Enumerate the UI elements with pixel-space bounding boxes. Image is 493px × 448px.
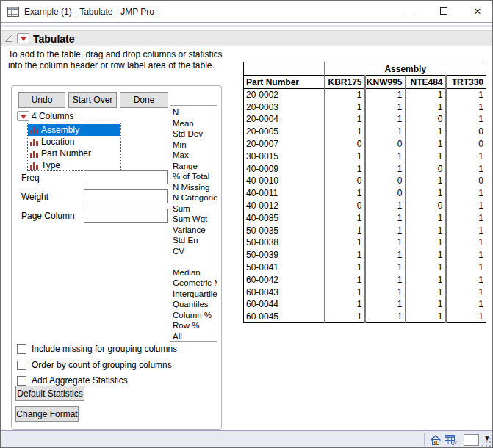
- value-cell[interactable]: 1: [365, 150, 406, 162]
- value-cell[interactable]: 1: [365, 200, 406, 212]
- value-cell[interactable]: 1: [325, 212, 365, 224]
- value-cell[interactable]: 1: [406, 311, 446, 323]
- value-cell[interactable]: 0: [446, 138, 486, 151]
- row-label-cell[interactable]: 60-0044: [244, 298, 325, 311]
- default-statistics-button[interactable]: Default Statistics: [15, 386, 84, 401]
- row-label-cell[interactable]: 60-0045: [244, 311, 325, 323]
- value-cell[interactable]: 1: [406, 212, 446, 224]
- tabulate-red-triangle-menu[interactable]: [17, 33, 29, 43]
- statistic-item-n[interactable]: N: [170, 107, 217, 118]
- value-cell[interactable]: 0: [446, 126, 486, 138]
- value-cell[interactable]: 1: [325, 311, 365, 323]
- value-cell[interactable]: 1: [365, 126, 406, 138]
- columns-red-triangle-menu[interactable]: [17, 111, 29, 121]
- statistic-item-max[interactable]: Max: [170, 150, 217, 161]
- value-cell[interactable]: 1: [446, 249, 486, 261]
- resize-grip[interactable]: [482, 438, 491, 447]
- row-label-cell[interactable]: 20-0005: [244, 126, 325, 138]
- statistic-item-sum-wgt[interactable]: Sum Wgt: [170, 214, 217, 225]
- add-aggregate-checkbox-row[interactable]: Add Aggregate Statistics: [17, 375, 128, 386]
- done-button[interactable]: Done: [120, 92, 168, 108]
- value-cell[interactable]: 1: [325, 273, 365, 286]
- value-cell[interactable]: 1: [446, 311, 486, 323]
- column-item-part-number[interactable]: Part Number: [28, 148, 120, 159]
- column-item-location[interactable]: Location: [28, 136, 120, 148]
- row-label-cell[interactable]: 30-0015: [244, 150, 325, 162]
- include-missing-checkbox[interactable]: [17, 344, 26, 354]
- value-cell[interactable]: 1: [365, 236, 406, 249]
- value-cell[interactable]: 1: [365, 224, 406, 236]
- freq-input[interactable]: [84, 170, 168, 184]
- value-cell[interactable]: 1: [446, 273, 486, 286]
- assembly-span-header[interactable]: Assembly: [325, 62, 486, 76]
- row-label-cell[interactable]: 40-0009: [244, 162, 325, 175]
- value-cell[interactable]: 1: [365, 286, 406, 298]
- column-header-knw995[interactable]: KNW995: [365, 76, 406, 89]
- value-cell[interactable]: 1: [446, 187, 486, 200]
- value-cell[interactable]: 1: [325, 261, 365, 274]
- include-missing-checkbox-row[interactable]: Include missing for grouping columns: [17, 343, 177, 355]
- value-cell[interactable]: 1: [365, 162, 406, 175]
- maximize-button[interactable]: [431, 1, 456, 22]
- row-label-cell[interactable]: 40-0085: [244, 212, 325, 224]
- statistic-item-sum[interactable]: Sum: [170, 203, 217, 214]
- value-cell[interactable]: 1: [406, 261, 446, 274]
- value-cell[interactable]: 1: [365, 101, 406, 113]
- row-label-cell[interactable]: 20-0003: [244, 101, 325, 113]
- undo-button[interactable]: Undo: [18, 92, 65, 108]
- page-column-input[interactable]: [84, 209, 168, 223]
- column-header-nte484[interactable]: NTE484: [406, 76, 446, 89]
- value-cell[interactable]: 1: [325, 150, 365, 162]
- column-item-assembly[interactable]: Assembly: [28, 124, 120, 136]
- value-cell[interactable]: 1: [325, 298, 365, 311]
- minimize-button[interactable]: —: [397, 1, 422, 22]
- statistic-item-interquartile-ra[interactable]: Interquartile Ra: [170, 289, 217, 300]
- statistic-item-median[interactable]: Median: [170, 267, 217, 278]
- value-cell[interactable]: 1: [325, 89, 365, 101]
- column-header-kbr175[interactable]: KBR175: [325, 76, 365, 89]
- statistic-item-min[interactable]: Min: [170, 140, 217, 151]
- value-cell[interactable]: 0: [325, 138, 365, 151]
- value-cell[interactable]: 1: [446, 200, 486, 212]
- value-cell[interactable]: 1: [406, 150, 446, 162]
- statistic-item-quantiles[interactable]: Quantiles: [170, 299, 217, 310]
- value-cell[interactable]: 0: [325, 200, 365, 212]
- value-cell[interactable]: 0: [406, 162, 446, 175]
- add-aggregate-checkbox[interactable]: [17, 376, 26, 386]
- value-cell[interactable]: 1: [406, 89, 446, 101]
- value-cell[interactable]: 1: [446, 150, 486, 162]
- column-header-trt330[interactable]: TRT330: [446, 76, 486, 89]
- value-cell[interactable]: 1: [406, 101, 446, 113]
- row-label-cell[interactable]: 40-0011: [244, 187, 325, 200]
- value-cell[interactable]: 1: [365, 212, 406, 224]
- statistic-item-cv[interactable]: CV: [170, 246, 217, 257]
- home-icon[interactable]: [429, 433, 442, 447]
- value-cell[interactable]: 1: [325, 101, 365, 113]
- columns-list[interactable]: AssemblyLocationPart NumberType: [27, 123, 121, 171]
- row-label-cell[interactable]: 20-0002: [244, 89, 325, 101]
- title-bar[interactable]: Example (1) - Tabulate - JMP Pro — ✕: [1, 1, 492, 23]
- value-cell[interactable]: 0: [446, 175, 486, 187]
- value-cell[interactable]: 1: [406, 249, 446, 261]
- statistic-item-column-[interactable]: Column %: [170, 310, 217, 321]
- value-cell[interactable]: 1: [406, 236, 446, 249]
- value-cell[interactable]: 1: [406, 138, 446, 151]
- value-cell[interactable]: 1: [406, 187, 446, 200]
- window-box-icon[interactable]: [464, 434, 479, 446]
- value-cell[interactable]: 1: [365, 298, 406, 311]
- value-cell[interactable]: 1: [325, 187, 365, 200]
- row-label-cell[interactable]: 50-0039: [244, 249, 325, 261]
- value-cell[interactable]: 1: [406, 298, 446, 311]
- statistics-list[interactable]: NMeanStd DevMinMaxRange% of TotalN Missi…: [170, 105, 217, 342]
- column-item-type[interactable]: Type: [28, 159, 120, 171]
- value-cell[interactable]: 1: [446, 298, 486, 311]
- value-cell[interactable]: 0: [406, 113, 446, 126]
- value-cell[interactable]: 0: [325, 175, 365, 187]
- value-cell[interactable]: 1: [325, 113, 365, 126]
- value-cell[interactable]: 1: [446, 101, 486, 113]
- statistic-item-std-err[interactable]: Std Err: [170, 235, 217, 246]
- value-cell[interactable]: 1: [365, 249, 406, 261]
- row-label-cell[interactable]: 50-0041: [244, 261, 325, 274]
- row-label-cell[interactable]: 50-0038: [244, 236, 325, 249]
- weight-input[interactable]: [84, 189, 168, 203]
